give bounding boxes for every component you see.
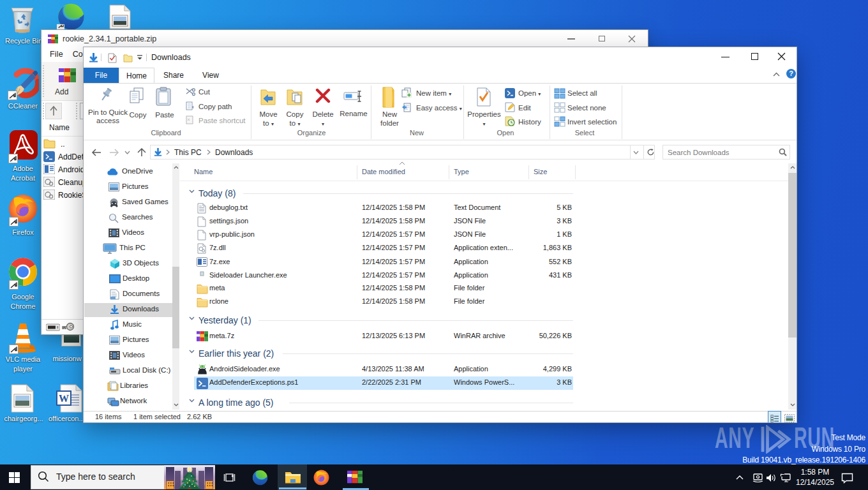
svg-text:W: W: [59, 393, 69, 404]
